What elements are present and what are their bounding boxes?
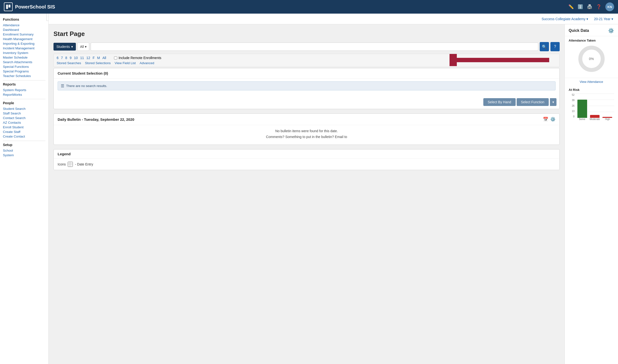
students-dropdown[interactable]: Students ▾ (53, 43, 76, 51)
search-icon: 🔍 (542, 44, 547, 49)
question-icon: ? (554, 44, 556, 49)
selection-box-header: Current Student Selection (0) (54, 68, 559, 78)
grade-dropdown[interactable]: All ▾ (77, 42, 89, 51)
date-entry-icon (67, 162, 73, 167)
settings-icon: ⚙️ (550, 117, 555, 122)
sidebar-link-system-reports[interactable]: System Reports (3, 88, 48, 92)
grade-m-link[interactable]: M (97, 56, 100, 60)
grade-all-link[interactable]: All (102, 56, 106, 60)
sidebar-link-master-schedule[interactable]: Master Schedule (3, 55, 48, 60)
sidebar: ‹ Functions Attendance Dashboard Enrollm… (0, 13, 49, 364)
x-label-some: Some (578, 118, 587, 123)
bulletin-title: Daily Bulletin - Tuesday, September 22, … (58, 117, 134, 121)
include-remote-checkbox[interactable] (114, 56, 117, 60)
grade-f-link[interactable]: F (93, 56, 95, 60)
svg-rect-1 (9, 5, 11, 8)
search-input[interactable] (91, 42, 538, 51)
no-results-row: ☰ There are no search results. (58, 81, 555, 91)
sidebar-link-create-contact[interactable]: Create Contact (3, 134, 48, 139)
advanced-link[interactable]: Advanced (140, 61, 154, 65)
sidebar-link-teacher-schedules[interactable]: Teacher Schedules (3, 74, 48, 78)
year-selector[interactable]: 20-21 Year ▾ (594, 17, 613, 21)
bar-chart-bars (576, 93, 614, 118)
select-function-button[interactable]: Select Function (517, 98, 549, 106)
help-icon[interactable]: ❓ (596, 4, 602, 10)
sidebar-section-reports: Reports System Reports ReportWorks (3, 82, 48, 97)
sidebar-link-enrollment-summary[interactable]: Enrollment Summary (3, 32, 48, 37)
bulletin-header: Daily Bulletin - Tuesday, September 22, … (54, 114, 559, 125)
sidebar-link-staff-search[interactable]: Staff Search (3, 111, 48, 116)
sidebar-link-special-programs[interactable]: Special Programs (3, 69, 48, 74)
bar-chart-y-labels: 52 39 26 13 0 (569, 93, 575, 118)
grade-filter-bar: 6 7 8 9 10 11 12 F M All Include Remote … (53, 54, 560, 67)
grade-7-link[interactable]: 7 (61, 56, 63, 60)
view-attendance-link[interactable]: View Attendance (565, 78, 618, 86)
bulletin-settings-button[interactable]: ⚙️ (550, 117, 555, 122)
grade-chevron-icon: ▾ (85, 45, 87, 49)
legend-header: Legend (54, 149, 559, 159)
bulletin-calendar-button[interactable]: 📅 (543, 117, 548, 122)
stored-searches-link[interactable]: Stored Searches (57, 61, 81, 65)
grade-11-link[interactable]: 11 (80, 56, 84, 60)
attendance-percent-label: 0% (589, 57, 594, 61)
quick-data-panel: Quick Data ⚙️ Attendance Taken 0% View A… (565, 24, 618, 364)
attendance-section: Attendance Taken 0% (565, 36, 618, 78)
sidebar-link-attendance[interactable]: Attendance (3, 23, 48, 27)
view-field-list-link[interactable]: View Field List (115, 61, 136, 65)
search-button[interactable]: 🔍 (540, 42, 549, 51)
sidebar-link-system[interactable]: System (3, 153, 48, 157)
include-remote-label: Include Remote Enrollments (114, 56, 161, 60)
functions-section-title: Functions (3, 17, 48, 21)
sidebar-section-functions: Functions Attendance Dashboard Enrollmen… (3, 17, 48, 78)
calendar-icon: 📅 (543, 117, 548, 122)
sidebar-link-create-staff[interactable]: Create Staff (3, 130, 48, 134)
select-dropdown-button[interactable]: ▾ (550, 98, 556, 106)
select-by-hand-button[interactable]: Select By Hand (483, 98, 516, 106)
stored-selections-link[interactable]: Stored Selections (85, 61, 111, 65)
grade-8-link[interactable]: 8 (66, 56, 67, 60)
sidebar-link-az-contacts[interactable]: AZ Contacts (3, 120, 48, 125)
sidebar-link-special-functions[interactable]: Special Functions (3, 65, 48, 69)
print-icon[interactable]: 🖨️ (587, 4, 592, 10)
school-chevron-icon: ▾ (586, 17, 588, 21)
list-icon: ☰ (61, 84, 64, 88)
daily-bulletin-box: Daily Bulletin - Tuesday, September 22, … (53, 114, 560, 145)
page-title: Start Page (53, 30, 560, 38)
quick-data-header: Quick Data ⚙️ (565, 24, 618, 36)
svg-rect-4 (68, 162, 73, 167)
grade-6-link[interactable]: 6 (57, 56, 59, 60)
x-label-moderate: Moderate (590, 118, 600, 123)
sidebar-link-reportworks[interactable]: ReportWorks (3, 92, 48, 97)
avatar[interactable]: KN (605, 2, 614, 11)
grade-9-link[interactable]: 9 (69, 56, 71, 60)
sidebar-link-health-management[interactable]: Health Management (3, 37, 48, 41)
sidebar-link-incident-management[interactable]: Incident Management (3, 46, 48, 51)
quick-data-settings-button[interactable]: ⚙️ (608, 28, 614, 34)
sidebar-link-school[interactable]: School (3, 148, 48, 153)
students-chevron-icon: ▾ (71, 45, 73, 49)
sidebar-link-dashboard[interactable]: Dashboard (3, 27, 48, 32)
sidebar-link-inventory-system[interactable]: Inventory System (3, 51, 48, 55)
grade-12-link[interactable]: 12 (86, 56, 90, 60)
search-options-row: Stored Searches Stored Selections View F… (57, 61, 556, 65)
app-logo[interactable]: PowerSchool SIS (4, 2, 55, 11)
alert-icon[interactable]: ℹ️ (578, 4, 583, 10)
sidebar-section-people: People Student Search Staff Search Conta… (3, 101, 48, 139)
grade-10-link[interactable]: 10 (74, 56, 78, 60)
quick-data-title: Quick Data (569, 28, 589, 33)
bar-moderate (590, 115, 600, 118)
sidebar-section-setup: Setup School System (3, 143, 48, 157)
legend-icons-label: Icons (58, 162, 66, 166)
sidebar-collapse-button[interactable]: ‹ (46, 13, 49, 21)
search-help-button[interactable]: ? (551, 42, 560, 51)
people-section-title: People (3, 101, 48, 105)
sidebar-link-importing-exporting[interactable]: Importing & Exporting (3, 41, 48, 46)
edit-icon[interactable]: ✏️ (568, 4, 574, 10)
at-risk-section: At Risk 52 39 26 13 0 (565, 86, 618, 125)
sidebar-link-enroll-student[interactable]: Enroll Student (3, 125, 48, 130)
sidebar-link-contact-search[interactable]: Contact Search (3, 116, 48, 120)
at-risk-title: At Risk (569, 88, 614, 91)
sidebar-link-search-attachments[interactable]: Search Attachments (3, 60, 48, 65)
school-selector[interactable]: Success Collegiate Academy ▾ (542, 17, 588, 21)
sidebar-link-student-search[interactable]: Student Search (3, 106, 48, 111)
